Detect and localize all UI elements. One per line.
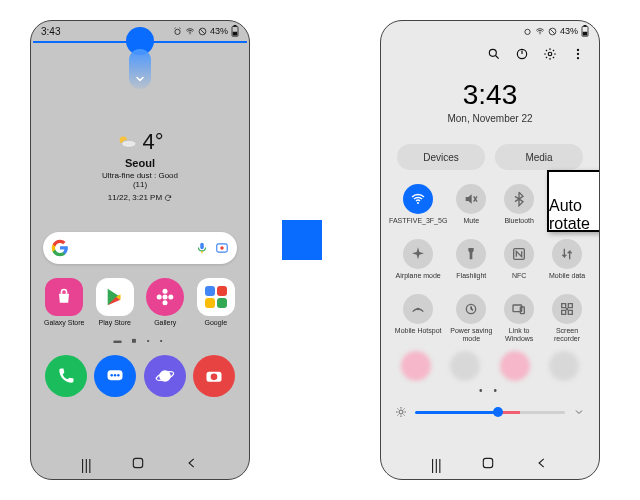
chip-devices[interactable]: Devices — [397, 144, 485, 170]
qs-grid: FASTFIVE_3F_5G Mute Bluetooth Airplane m… — [381, 170, 599, 343]
nav-recents[interactable]: ||| — [81, 457, 92, 473]
svg-point-15 — [169, 295, 174, 300]
app-label: Galaxy Store — [40, 319, 88, 326]
svg-point-7 — [122, 140, 137, 147]
phone-icon — [56, 366, 76, 386]
bag-icon — [54, 287, 74, 307]
wifi-icon — [535, 27, 545, 36]
svg-rect-4 — [234, 25, 237, 27]
qs-label: Airplane mode — [396, 272, 441, 288]
weather-dust-value: (11) — [65, 180, 215, 189]
svg-point-1 — [189, 33, 190, 34]
svg-rect-5 — [233, 32, 238, 36]
qs-label: Mobile data — [549, 272, 585, 288]
qs-wifi[interactable]: FASTFIVE_3F_5G — [389, 184, 447, 233]
svg-point-18 — [114, 374, 117, 377]
svg-point-43 — [566, 308, 569, 311]
brightness-thumb[interactable] — [493, 407, 503, 417]
svg-point-25 — [525, 29, 530, 34]
clock-date: Mon, November 22 — [381, 113, 599, 124]
lens-icon[interactable] — [215, 241, 229, 255]
flashlight-icon — [463, 246, 479, 262]
qs-hotspot[interactable]: Mobile Hotspot — [389, 294, 447, 343]
more-icon[interactable] — [571, 47, 585, 61]
app-google-folder[interactable]: Google — [192, 278, 240, 326]
search-icon[interactable] — [487, 47, 501, 61]
home-app-row: Galaxy Store Play Store Gallery Google — [31, 278, 249, 326]
power-icon[interactable] — [515, 47, 529, 61]
qs-airplane[interactable]: Airplane mode — [389, 239, 447, 288]
page-indicator: ▬ ■ • • — [31, 336, 249, 345]
chip-media[interactable]: Media — [495, 144, 583, 170]
qs-auto-rotate-highlight[interactable]: Auto rotate — [547, 170, 600, 232]
nav-bar: ||| — [381, 456, 599, 473]
qs-top-actions — [381, 39, 599, 61]
phone-home-screen: 3:43 43% 4° Seoul Ultra-fine dust : Good… — [30, 20, 250, 480]
qs-label: Flashlight — [456, 272, 486, 288]
svg-point-44 — [399, 410, 403, 414]
brightness-track[interactable] — [415, 411, 565, 414]
nfc-icon — [511, 246, 527, 262]
qs-screen-recorder[interactable]: Screen recorder — [543, 294, 591, 343]
svg-point-11 — [163, 295, 168, 300]
nav-home[interactable] — [481, 456, 495, 473]
svg-point-34 — [577, 49, 579, 51]
nav-home[interactable] — [131, 456, 145, 473]
svg-point-35 — [577, 53, 579, 55]
brightness-slider[interactable] — [381, 406, 599, 418]
qs-power-saving[interactable]: Power saving mode — [447, 294, 495, 343]
app-gallery[interactable]: Gallery — [141, 278, 189, 326]
qs-label: Auto rotate — [549, 197, 600, 233]
svg-point-31 — [489, 49, 496, 56]
chevron-down-icon[interactable] — [573, 406, 585, 418]
airplane-icon — [410, 246, 426, 262]
mic-icon[interactable] — [195, 241, 209, 255]
battery-icon — [581, 25, 589, 37]
qs-label: Bluetooth — [504, 217, 534, 233]
qs-link-windows[interactable]: Link to Windows — [495, 294, 543, 343]
nav-back[interactable] — [185, 456, 199, 473]
gear-icon[interactable] — [543, 47, 557, 61]
refresh-icon — [164, 194, 172, 202]
status-bar: 43% — [381, 21, 599, 39]
google-search-bar[interactable] — [43, 232, 237, 264]
qs-nfc[interactable]: NFC — [495, 239, 543, 288]
dock-messages[interactable] — [94, 355, 136, 397]
wifi-icon — [410, 191, 426, 207]
qs-label: NFC — [512, 272, 526, 288]
nav-back[interactable] — [535, 456, 549, 473]
qs-flashlight[interactable]: Flashlight — [447, 239, 495, 288]
alarm-icon — [173, 27, 182, 36]
svg-rect-45 — [484, 458, 493, 467]
app-play-store[interactable]: Play Store — [91, 278, 139, 326]
clock-time: 3:43 — [381, 79, 599, 111]
status-indicators: 43% — [173, 25, 239, 37]
record-icon — [559, 301, 575, 317]
svg-rect-8 — [200, 243, 204, 249]
battery-percent: 43% — [560, 26, 578, 36]
dock-camera[interactable] — [193, 355, 235, 397]
qs-mobile-data[interactable]: Mobile data — [543, 239, 591, 288]
app-galaxy-store[interactable]: Galaxy Store — [40, 278, 88, 326]
mute-icon — [463, 191, 479, 207]
svg-point-36 — [577, 57, 579, 59]
planet-icon — [155, 366, 175, 386]
dock-phone[interactable] — [45, 355, 87, 397]
qs-mute[interactable]: Mute — [447, 184, 495, 233]
weather-dust: Ultra-fine dust : Good — [65, 171, 215, 180]
weather-widget[interactable]: 4° Seoul Ultra-fine dust : Good (11) 11/… — [65, 129, 215, 202]
battery-icon — [231, 25, 239, 37]
transition-arrow — [282, 220, 322, 260]
svg-point-17 — [111, 374, 114, 377]
nav-recents[interactable]: ||| — [431, 457, 442, 473]
weather-city: Seoul — [65, 157, 215, 169]
svg-point-12 — [163, 289, 168, 294]
svg-point-14 — [157, 295, 162, 300]
dock-browser[interactable] — [144, 355, 186, 397]
camera-icon — [204, 366, 224, 386]
weather-sun-cloud-icon — [116, 133, 138, 151]
qs-bluetooth[interactable]: Bluetooth — [495, 184, 543, 233]
svg-point-37 — [417, 202, 419, 204]
svg-point-19 — [117, 374, 120, 377]
leaf-icon — [463, 301, 479, 317]
